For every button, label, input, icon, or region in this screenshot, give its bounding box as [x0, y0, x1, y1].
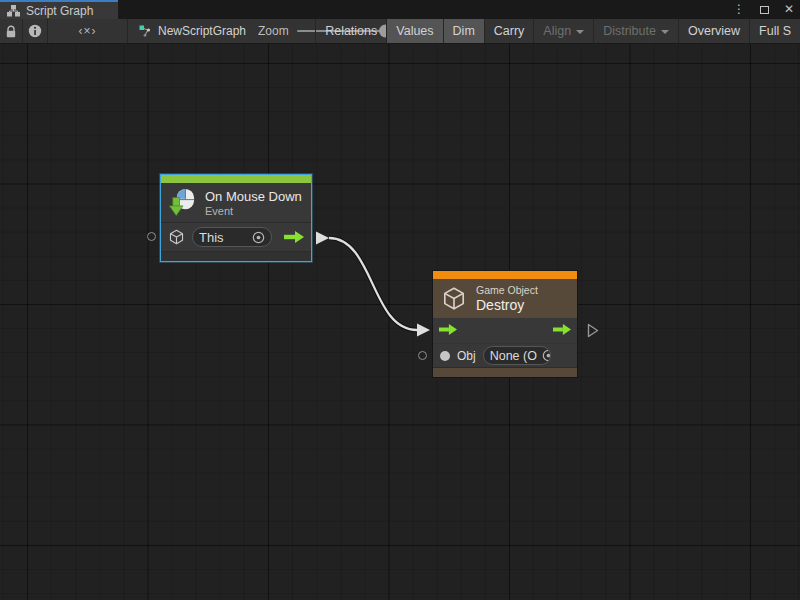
node-on-mouse-down[interactable]: On Mouse Down Event This [160, 174, 312, 262]
window-menu-icon[interactable]: ⋮ [733, 0, 745, 19]
maximize-icon[interactable] [760, 6, 769, 14]
window-controls: ⋮ ✕ [733, 0, 794, 19]
node-title: On Mouse Down [205, 189, 302, 204]
flow-input-port[interactable] [439, 323, 457, 338]
node-footer [433, 367, 577, 377]
align-label: Align [543, 24, 571, 38]
target-field-value: This [199, 230, 224, 245]
node-destroy[interactable]: Game Object Destroy [432, 270, 578, 378]
tab-script-graph[interactable]: Script Graph [0, 0, 118, 19]
obj-label: Obj [457, 349, 476, 363]
node-footer [161, 251, 311, 261]
flow-arrow-icon [439, 324, 457, 335]
node-header[interactable]: On Mouse Down Event [161, 183, 311, 223]
obj-field[interactable]: None (O [483, 346, 551, 365]
target-field[interactable]: This [192, 227, 272, 247]
graph-name: NewScriptGraph [158, 24, 246, 38]
dim-button[interactable]: Dim [443, 19, 484, 43]
node-header[interactable]: Game Object Destroy [433, 279, 577, 318]
lock-button[interactable] [0, 19, 23, 43]
chevron-down-icon [576, 30, 584, 34]
chevron-down-icon [661, 30, 669, 34]
node-port-row: This [161, 223, 311, 251]
relations-label: Relations [325, 24, 377, 38]
graph-canvas[interactable]: On Mouse Down Event This [0, 44, 800, 600]
info-button[interactable] [23, 19, 48, 43]
mouse-event-icon [169, 188, 196, 217]
node-obj-row: Obj None (O [433, 343, 577, 367]
tab-bar: Script Graph ⋮ ✕ [0, 0, 800, 19]
toolbar-buttons: Relations Values Dim Carry Align Distrib… [315, 19, 800, 43]
values-label: Values [396, 24, 433, 38]
flow-output-port[interactable] [553, 323, 571, 338]
script-graph-window: Script Graph ⋮ ✕ ‹×› [0, 0, 800, 600]
unconnected-flow-arrow-icon[interactable] [587, 323, 599, 338]
node-category: Game Object [476, 284, 538, 296]
code-icon: ‹×› [79, 24, 97, 38]
target-input-port[interactable] [147, 232, 156, 241]
relations-button[interactable]: Relations [315, 19, 386, 43]
object-picker-icon[interactable] [252, 231, 265, 244]
obj-port-dot-icon [440, 351, 450, 361]
distribute-label: Distribute [603, 24, 656, 38]
flow-arrow-icon [284, 231, 304, 243]
node-titles: Game Object Destroy [476, 284, 538, 313]
graph-icon [139, 25, 152, 37]
distribute-button[interactable]: Distribute [593, 19, 678, 43]
node-subtitle: Event [205, 205, 302, 217]
carry-button[interactable]: Carry [484, 19, 534, 43]
flow-arrow-icon [553, 324, 571, 335]
game-object-cube-icon [441, 285, 467, 312]
connection-end-arrow-icon [417, 324, 430, 337]
info-icon [28, 24, 42, 38]
fullscreen-button[interactable]: Full S [749, 19, 800, 43]
obj-value-port[interactable] [418, 351, 427, 360]
carry-label: Carry [494, 24, 525, 38]
connection-start-arrow-icon [316, 232, 329, 245]
obj-field-value: None (O [490, 349, 537, 363]
align-button[interactable]: Align [533, 19, 593, 43]
code-view-button[interactable]: ‹×› [48, 19, 128, 43]
tab-title: Script Graph [26, 4, 93, 18]
fullscreen-label: Full S [759, 24, 791, 38]
flow-connection[interactable] [0, 44, 800, 600]
object-picker-icon[interactable] [542, 349, 551, 362]
close-icon[interactable]: ✕ [784, 0, 794, 19]
flow-output-port[interactable] [284, 231, 304, 243]
node-flow-row [433, 318, 577, 343]
cube-icon [168, 228, 185, 246]
overview-label: Overview [688, 24, 740, 38]
dim-label: Dim [453, 24, 475, 38]
zoom-label: Zoom [258, 24, 289, 38]
graph-toolbar: ‹×› NewScriptGraph Zoom 1x Relations Va [0, 19, 800, 44]
hierarchy-icon [7, 5, 20, 17]
graph-breadcrumb[interactable]: NewScriptGraph [139, 19, 246, 43]
values-button[interactable]: Values [386, 19, 442, 43]
overview-button[interactable]: Overview [678, 19, 749, 43]
lock-icon [5, 25, 17, 38]
node-header-strip [161, 175, 311, 183]
node-header-strip [433, 271, 577, 279]
node-titles: On Mouse Down Event [205, 189, 302, 217]
node-title: Destroy [476, 297, 538, 313]
